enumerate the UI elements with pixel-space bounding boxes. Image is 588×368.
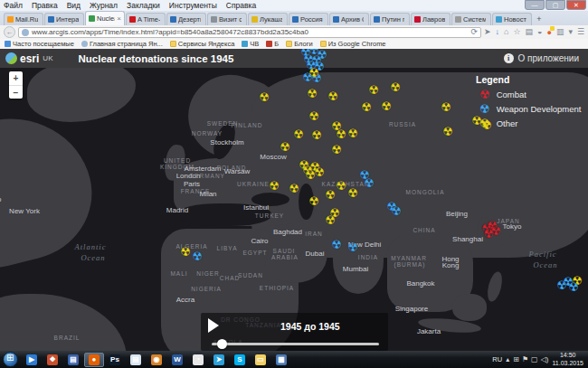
tab-label: Mail.Ru п...: [15, 15, 38, 24]
map-label: CHINA: [413, 227, 435, 233]
bookmark-item[interactable]: ЧВ: [242, 40, 259, 48]
menu-item[interactable]: Файл: [4, 1, 23, 10]
bookmark-star-icon[interactable]: ☆: [513, 26, 520, 38]
clipboard-icon[interactable]: ▤: [525, 26, 533, 38]
esri-logo[interactable]: esri UK: [5, 52, 52, 65]
url-text[interactable]: www.arcgis.com/apps/Time/index.html?appi…: [32, 28, 468, 36]
caret-down-icon[interactable]: ▾: [568, 26, 573, 38]
landmass-india: [333, 229, 384, 294]
tray-icon[interactable]: ▢: [531, 355, 538, 363]
menu-item[interactable]: Правка: [32, 1, 58, 10]
bookmark-item[interactable]: Из Google Chrome: [320, 40, 386, 48]
shield-icon[interactable]: ◒: [537, 26, 542, 38]
tray-expand-icon[interactable]: ▴: [506, 355, 509, 363]
tab-close-icon[interactable]: ×: [117, 14, 121, 23]
map-label: Tokyo: [503, 222, 522, 231]
taskbar-clock[interactable]: 14:50 11.03.2015: [552, 352, 583, 366]
tab-label: Лавров ра...: [422, 15, 445, 24]
tab-favicon: [455, 16, 461, 23]
taskbar-app[interactable]: ●: [84, 353, 104, 367]
browser-tab[interactable]: Лукаша...: [248, 13, 288, 25]
app-icon: ➤: [213, 354, 224, 365]
menu-item[interactable]: Справка: [226, 1, 256, 10]
taskbar-app[interactable]: S: [230, 353, 250, 367]
map-label: Bangkok: [406, 279, 434, 288]
tab-favicon: [496, 16, 502, 23]
taskbar-app[interactable]: ◉: [147, 353, 166, 367]
browser-tab[interactable]: Дезертир...: [166, 13, 206, 25]
app-icon: ❖: [47, 354, 58, 365]
tab-favicon: [211, 16, 217, 23]
browser-tab[interactable]: Россия по...: [289, 13, 328, 25]
browser-tab[interactable]: Mail.Ru п...: [4, 13, 43, 25]
map-label: Milan: [199, 190, 216, 198]
flame-addon-icon[interactable]: ●: [546, 28, 551, 37]
app-icon: ▦: [276, 354, 287, 365]
play-button[interactable]: [208, 318, 219, 333]
legend-row: ☢ Other: [479, 118, 581, 129]
pocket-icon[interactable]: ➤: [484, 26, 491, 38]
browser-tab[interactable]: Визит с п...: [207, 13, 247, 25]
menu-item[interactable]: Инструменты: [169, 1, 217, 10]
bookmark-item[interactable]: Часто посещаемые: [5, 40, 74, 48]
taskbar-app[interactable]: ❖: [43, 353, 62, 367]
reload-icon[interactable]: ⟳: [470, 26, 478, 38]
time-slider-handle[interactable]: [217, 339, 227, 349]
toolbar-icons: ➤ ↓ ⌂ ☆ ▤ ◒ ● ▥ ▾ ☰: [484, 26, 584, 38]
browser-tab[interactable]: Новости ...: [492, 13, 532, 25]
minimize-button[interactable]: —: [525, 0, 545, 10]
taskbar-app[interactable]: ▭: [251, 353, 270, 367]
browser-tab[interactable]: Лавров ра...: [411, 13, 450, 25]
trash-icon[interactable]: ▥: [556, 26, 564, 38]
map-label: New Delhi: [348, 241, 381, 249]
zoom-in-button[interactable]: +: [9, 71, 23, 85]
taskbar-app[interactable]: ▤: [126, 353, 146, 367]
browser-tab[interactable]: A Time-La...: [126, 13, 166, 25]
browser-tab[interactable]: Путин пр...: [370, 13, 410, 25]
taskbar-app[interactable]: ▤: [63, 353, 83, 367]
tray-icon[interactable]: ⚑: [522, 355, 528, 363]
taskbar-app[interactable]: ➤: [209, 353, 229, 367]
about-link[interactable]: i О приложении: [504, 53, 579, 63]
map-label: GERMANY: [189, 173, 225, 179]
browser-tab[interactable]: Архив Си...: [329, 13, 369, 25]
browser-tab[interactable]: Nuclea... ×: [85, 11, 125, 25]
language-indicator[interactable]: RU: [492, 355, 502, 363]
taskbar-app[interactable]: ▶: [22, 353, 42, 367]
tray-icon[interactable]: ◁): [541, 355, 549, 363]
esri-globe-icon: [5, 52, 17, 64]
app-icon: ◉: [151, 354, 162, 365]
bookmark-item[interactable]: Главная страница Ян...: [81, 40, 163, 48]
taskbar-app[interactable]: ▦: [271, 353, 291, 367]
new-tab-button[interactable]: +: [533, 14, 545, 25]
menu-item[interactable]: Журнал: [90, 1, 118, 10]
taskbar-app[interactable]: Ps: [105, 353, 125, 367]
url-bar[interactable]: www.arcgis.com/apps/Time/index.html?appi…: [18, 27, 481, 38]
map-label: EGYPT: [242, 250, 267, 256]
taskbar-app[interactable]: W: [167, 353, 187, 367]
maximize-button[interactable]: ▢: [545, 0, 565, 10]
back-button[interactable]: ←: [4, 26, 15, 38]
start-button[interactable]: [3, 352, 18, 367]
tab-label: Архив Си...: [341, 15, 364, 24]
zoom-out-button[interactable]: −: [9, 85, 23, 99]
download-icon[interactable]: ↓: [495, 26, 499, 38]
time-slider-track[interactable]: [212, 343, 379, 345]
bookmark-label: Главная страница Ян...: [90, 40, 163, 48]
bookmark-item[interactable]: Б: [266, 40, 279, 48]
app-icon: ▭: [255, 354, 266, 365]
bookmark-item[interactable]: Сервисы Яндекса: [170, 40, 235, 48]
home-icon[interactable]: ⌂: [504, 26, 508, 38]
browser-tab[interactable]: Интеракт...: [44, 13, 84, 25]
app-icon: S: [234, 354, 245, 365]
map-label: LIBYA: [217, 245, 238, 251]
bookmark-item[interactable]: Блоги: [286, 40, 312, 48]
app-header: esri UK Nuclear detonations since 1945 i…: [0, 49, 588, 68]
browser-tab[interactable]: Система упра...: [451, 13, 491, 25]
menu-item[interactable]: Закладки: [127, 1, 160, 10]
close-button[interactable]: ✕: [566, 0, 586, 10]
menu-icon[interactable]: ☰: [577, 26, 584, 38]
tray-icon[interactable]: ⊞: [513, 355, 519, 363]
taskbar-app[interactable]: ◔: [188, 353, 208, 367]
menu-item[interactable]: Вид: [67, 1, 81, 10]
